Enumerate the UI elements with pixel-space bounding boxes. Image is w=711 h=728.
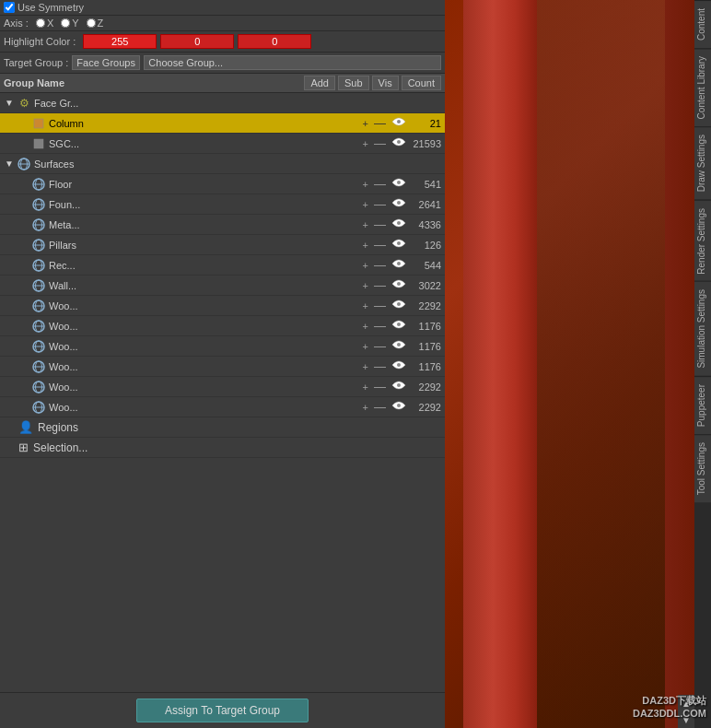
tree-item-woo5[interactable]: Woo...+— 2292 xyxy=(0,377,445,397)
tree-item-foun[interactable]: Foun...+— 2641 xyxy=(0,194,445,215)
item-eye-button[interactable] xyxy=(391,278,406,292)
tree-item-woo6[interactable]: Woo...+— 2292 xyxy=(0,397,445,417)
svg-point-38 xyxy=(397,323,401,326)
item-minus-button[interactable]: — xyxy=(374,258,386,272)
item-minus-button[interactable]: — xyxy=(374,116,386,130)
item-minus-button[interactable]: — xyxy=(374,380,386,393)
item-minus-button[interactable]: — xyxy=(374,299,386,312)
svg-point-10 xyxy=(397,181,401,184)
highlight-g-input[interactable] xyxy=(160,34,234,49)
tree-item-woo4[interactable]: Woo...+— 1176 xyxy=(0,357,445,377)
item-plus-button[interactable]: + xyxy=(363,219,368,230)
item-minus-button[interactable]: — xyxy=(374,136,386,150)
vis-button[interactable]: Vis xyxy=(372,76,399,90)
expand-arrow[interactable]: ▼ xyxy=(4,159,15,170)
item-plus-button[interactable]: + xyxy=(363,321,368,332)
choose-group-dropdown[interactable]: Choose Group... xyxy=(144,55,441,70)
item-eye-button[interactable] xyxy=(391,116,406,130)
item-eye-button[interactable] xyxy=(391,299,406,312)
tree-item-wall[interactable]: Wall...+— 3022 xyxy=(0,276,445,296)
item-name: Foun... xyxy=(49,199,360,210)
item-minus-button[interactable]: — xyxy=(374,400,386,414)
item-eye-button[interactable] xyxy=(391,400,406,414)
side-tab-content-library[interactable]: Content Library xyxy=(694,48,711,126)
item-count: 1176 xyxy=(409,341,441,352)
column-headers: Group Name Add Sub Vis Count xyxy=(0,74,445,93)
item-eye-button[interactable] xyxy=(391,380,406,393)
tree-item-woo3[interactable]: Woo...+— 1176 xyxy=(0,336,445,357)
section-item-selection[interactable]: ⊞Selection... xyxy=(0,438,445,458)
item-plus-button[interactable]: + xyxy=(363,341,368,352)
highlight-b-input[interactable] xyxy=(238,34,311,49)
expand-arrow[interactable]: ▼ xyxy=(4,98,15,109)
side-tab-tool-settings[interactable]: Tool Settings xyxy=(694,434,711,502)
use-symmetry-checkbox[interactable]: Use Symmetry xyxy=(4,2,84,13)
item-plus-button[interactable]: + xyxy=(363,260,368,271)
tree-item-face-gr[interactable]: ▼⚙Face Gr... xyxy=(0,93,445,113)
item-eye-button[interactable] xyxy=(391,319,406,333)
side-tab-render-settings[interactable]: Render Settings xyxy=(694,200,711,282)
tree-item-rec[interactable]: Rec...+— 544 xyxy=(0,255,445,276)
axis-row: Axis : X Y Z xyxy=(0,16,445,31)
item-eye-button[interactable] xyxy=(391,359,406,373)
item-eye-button[interactable] xyxy=(391,339,406,353)
item-minus-button[interactable]: — xyxy=(374,217,386,231)
item-name: Woo... xyxy=(49,382,360,393)
axis-x[interactable]: X xyxy=(36,18,53,29)
side-tab-content[interactable]: Content xyxy=(694,0,711,48)
item-plus-button[interactable]: + xyxy=(363,280,368,291)
tree-item-column[interactable]: Column+— 21 xyxy=(0,113,445,134)
highlight-color-row: Highlight Color : xyxy=(0,31,445,53)
item-minus-button[interactable]: — xyxy=(374,359,386,373)
assign-to-target-group-button[interactable]: Assign To Target Group xyxy=(136,699,309,722)
item-minus-button[interactable]: — xyxy=(374,238,386,252)
side-tab-draw-settings[interactable]: Draw Settings xyxy=(694,126,711,199)
side-tab-simulation-settings[interactable]: Simulation Settings xyxy=(694,281,711,376)
tree-item-woo1[interactable]: Woo...+— 2292 xyxy=(0,296,445,316)
axis-y[interactable]: Y xyxy=(61,18,78,29)
tree-item-pillars[interactable]: Pillars+— 126 xyxy=(0,235,445,255)
item-eye-button[interactable] xyxy=(391,238,406,252)
item-name: Pillars xyxy=(49,240,360,251)
target-group-dropdown[interactable]: Face Groups xyxy=(72,55,140,70)
tree-item-surfaces[interactable]: ▼ Surfaces xyxy=(0,154,445,174)
item-plus-button[interactable]: + xyxy=(363,118,368,129)
item-eye-button[interactable] xyxy=(391,258,406,272)
expand-spacer xyxy=(18,219,29,230)
item-minus-button[interactable]: — xyxy=(374,177,386,191)
expand-spacer xyxy=(18,361,29,372)
tree-item-woo2[interactable]: Woo...+— 1176 xyxy=(0,316,445,336)
side-tab-puppeteer[interactable]: Puppeteer xyxy=(694,376,711,434)
item-plus-button[interactable]: + xyxy=(363,382,368,393)
item-plus-button[interactable]: + xyxy=(363,138,368,149)
section-item-regions[interactable]: 👤Regions xyxy=(0,417,445,438)
highlight-r-input[interactable] xyxy=(83,34,157,49)
item-plus-button[interactable]: + xyxy=(363,199,368,210)
item-plus-button[interactable]: + xyxy=(363,300,368,311)
count-button[interactable]: Count xyxy=(402,76,441,90)
item-name: Meta... xyxy=(49,219,360,230)
item-minus-button[interactable]: — xyxy=(374,319,386,333)
axis-z[interactable]: Z xyxy=(87,18,104,29)
tree-item-floor[interactable]: Floor+— 541 xyxy=(0,174,445,194)
item-eye-button[interactable] xyxy=(391,217,406,231)
item-plus-button[interactable]: + xyxy=(363,179,368,190)
item-eye-button[interactable] xyxy=(391,136,406,150)
item-count: 2292 xyxy=(409,382,441,393)
add-button[interactable]: Add xyxy=(304,76,335,90)
tree-container[interactable]: ▼⚙Face Gr... Column+— 21 SGC...+— 21593▼… xyxy=(0,93,445,692)
item-minus-button[interactable]: — xyxy=(374,339,386,353)
item-plus-button[interactable]: + xyxy=(363,402,368,413)
expand-spacer xyxy=(18,199,29,210)
item-minus-button[interactable]: — xyxy=(374,278,386,292)
tree-item-meta[interactable]: Meta...+— 4336 xyxy=(0,215,445,235)
sub-button[interactable]: Sub xyxy=(338,76,369,90)
tree-item-sgc[interactable]: SGC...+— 21593 xyxy=(0,134,445,154)
item-plus-button[interactable]: + xyxy=(363,361,368,372)
svg-rect-0 xyxy=(34,119,43,128)
item-eye-button[interactable] xyxy=(391,197,406,211)
item-minus-button[interactable]: — xyxy=(374,197,386,211)
item-eye-button[interactable] xyxy=(391,177,406,191)
svg-point-54 xyxy=(397,404,401,407)
item-plus-button[interactable]: + xyxy=(363,240,368,251)
